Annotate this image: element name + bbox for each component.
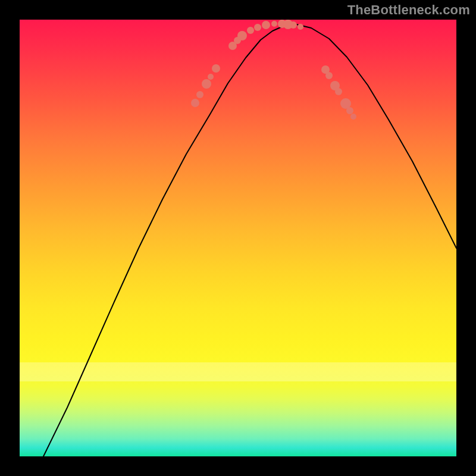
watermark-label: TheBottleneck.com [347,2,470,18]
chart-frame [20,20,456,456]
gradient-background [20,20,456,456]
